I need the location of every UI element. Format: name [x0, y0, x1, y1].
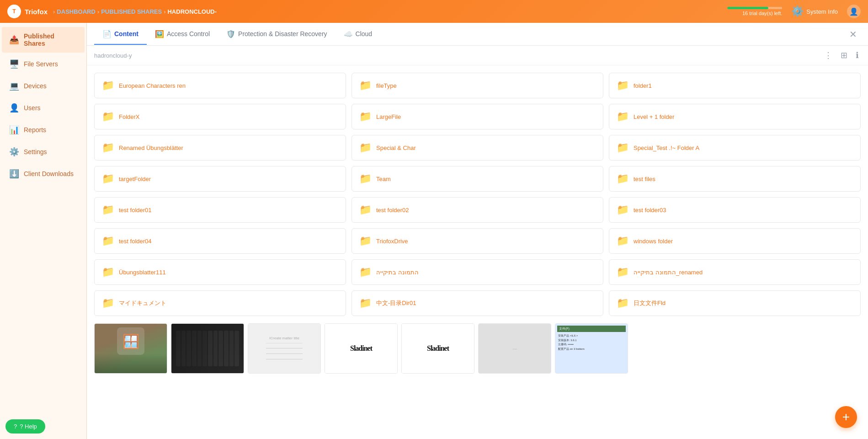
path-bar: hadroncloud-y ⋮ ⊞ ℹ: [87, 46, 868, 65]
folder-icon: 📁: [617, 111, 629, 123]
info-button[interactable]: ℹ: [854, 49, 861, 61]
folder-icon: 📁: [359, 142, 372, 154]
sidebar-item-users[interactable]: 👤 Users: [2, 97, 85, 118]
sidebar-item-file-servers[interactable]: 🖥️ File Servers: [2, 54, 85, 75]
close-button[interactable]: ✕: [846, 27, 861, 42]
thumbnail-item[interactable]: 🪟: [94, 323, 167, 374]
sidebar-bottom: ? ? Help: [0, 414, 86, 439]
folder-name: windows folder: [634, 238, 673, 245]
folder-item[interactable]: 📁 FolderX: [94, 104, 346, 129]
folder-item[interactable]: 📁 targetFolder: [94, 166, 346, 192]
folder-icon: 📁: [359, 111, 372, 123]
reports-icon: 📊: [9, 125, 19, 135]
folder-name: test folder03: [634, 207, 666, 214]
folder-item[interactable]: 📁 TriofoxDrive: [351, 228, 603, 254]
folder-name: FolderX: [119, 113, 140, 120]
folder-item[interactable]: 📁 マイドキュメント: [94, 290, 346, 316]
sidebar-item-reports[interactable]: 📊 Reports: [2, 119, 85, 140]
folder-item[interactable]: 📁 Übungsblatter111: [94, 259, 346, 285]
top-header: T Triofox › DASHBOARD › PUBLISHED SHARES…: [0, 0, 868, 23]
folder-name: Special_Test .!~ Folder A: [634, 145, 699, 151]
sidebar-label-settings: Settings: [24, 148, 47, 155]
thumbnail-item[interactable]: 文件(F) 安装产品 <ILS > 安装版本: 3.6.1 注册码: •••••…: [555, 323, 628, 374]
tab-content[interactable]: 📄 Content: [94, 24, 147, 45]
folder-name: Team: [376, 176, 391, 182]
content-tab-icon: 📄: [102, 30, 112, 38]
thumbnail-item[interactable]: Sladinet: [325, 323, 398, 374]
tab-access-control[interactable]: 🖼️ Access Control: [147, 24, 218, 45]
folder-name: European Characters ren: [119, 82, 186, 89]
help-button[interactable]: ? ? Help: [5, 419, 45, 434]
content-area: 📄 Content 🖼️ Access Control 🛡️ Protectio…: [87, 23, 868, 439]
grid-view-button[interactable]: ⊞: [839, 49, 849, 61]
folder-item[interactable]: 📁 Special & Char: [351, 135, 603, 161]
folder-item[interactable]: 📁 test folder04: [94, 228, 346, 254]
sidebar-label-users: Users: [24, 104, 41, 112]
dots-view-button[interactable]: ⋮: [822, 49, 834, 61]
sidebar-label-reports: Reports: [24, 126, 46, 134]
breadcrumb-dashboard[interactable]: DASHBOARD: [57, 8, 96, 15]
thumbnail-item[interactable]: —: [478, 323, 551, 374]
folder-item[interactable]: 📁 Level + 1 folder: [609, 104, 861, 129]
folder-item[interactable]: 📁 fileType: [351, 73, 603, 98]
sidebar-item-published-shares[interactable]: 📤 Published Shares: [2, 27, 85, 53]
fab-add-button[interactable]: +: [835, 406, 857, 428]
folder-item[interactable]: 📁 test folder03: [609, 197, 861, 223]
user-avatar[interactable]: 👤: [847, 5, 861, 18]
thumbnail-row: 🪟 ICreate matter title: [94, 323, 861, 377]
folder-item[interactable]: 📁 European Characters ren: [94, 73, 346, 98]
folder-item[interactable]: 📁 中文-目录Dir01: [351, 290, 603, 316]
folder-icon: 📁: [359, 266, 372, 278]
access-control-tab-icon: 🖼️: [155, 30, 164, 38]
breadcrumb: › DASHBOARD › PUBLISHED SHARES › HADRONC…: [53, 8, 217, 15]
folder-item[interactable]: 📁 Team: [351, 166, 603, 192]
tab-bar: 📄 Content 🖼️ Access Control 🛡️ Protectio…: [87, 23, 868, 46]
folder-name: Special & Char: [376, 145, 416, 151]
main-layout: 📤 Published Shares 🖥️ File Servers 💻 Dev…: [0, 23, 868, 439]
folder-item[interactable]: 📁 windows folder: [609, 228, 861, 254]
plus-icon: +: [842, 410, 850, 424]
folder-item[interactable]: 📁 test folder02: [351, 197, 603, 223]
thumbnail-doc: ICreate matter title —————————— ————————…: [248, 324, 320, 373]
folder-item[interactable]: 📁 folder1: [609, 73, 861, 98]
folder-name: targetFolder: [119, 176, 151, 182]
folder-icon: 📁: [102, 80, 114, 91]
thumbnail-item[interactable]: ICreate matter title —————————— ————————…: [248, 323, 321, 374]
folder-icon: 📁: [102, 173, 114, 185]
folder-name: fileType: [376, 82, 397, 89]
tab-cloud[interactable]: ☁️ Cloud: [335, 24, 381, 45]
system-info-label: System Info: [806, 8, 838, 15]
breadcrumb-published-shares[interactable]: PUBLISHED SHARES: [101, 8, 162, 15]
folder-icon: 📁: [102, 142, 114, 154]
folder-item[interactable]: 📁 LargeFile: [351, 104, 603, 129]
folder-icon: 📁: [359, 235, 372, 247]
client-downloads-icon: ⬇️: [9, 169, 19, 179]
folder-name: マイドキュメント: [119, 299, 166, 307]
tab-protection-label: Protection & Disaster Recovery: [238, 30, 327, 37]
system-info-button[interactable]: ⚙️ System Info: [791, 5, 838, 17]
folder-item[interactable]: 📁 התמונה בתיקייה: [351, 259, 603, 285]
sidebar-item-devices[interactable]: 💻 Devices: [2, 75, 85, 96]
sidebar-label-file-servers: File Servers: [24, 60, 58, 68]
folder-item[interactable]: 📁 Renamed Übungsblätter: [94, 135, 346, 161]
tab-protection[interactable]: 🛡️ Protection & Disaster Recovery: [218, 24, 335, 45]
folder-icon: 📁: [102, 235, 114, 247]
user-icon: 👤: [849, 7, 858, 16]
sidebar-item-client-downloads[interactable]: ⬇️ Client Downloads: [2, 163, 85, 184]
thumbnail-item[interactable]: Sladinet: [401, 323, 474, 374]
folder-item[interactable]: 📁 日文文件Fld: [609, 290, 861, 316]
folder-grid-wrapper: 📁 European Characters ren 📁 fileType 📁 f…: [87, 65, 868, 439]
help-icon: ?: [14, 423, 17, 430]
trial-bar: [727, 7, 782, 9]
folder-item[interactable]: 📁 Special_Test .!~ Folder A: [609, 135, 861, 161]
folder-item[interactable]: 📁 test folder01: [94, 197, 346, 223]
path-text: hadroncloud-y: [94, 52, 132, 59]
devices-icon: 💻: [9, 81, 19, 91]
folder-item[interactable]: 📁 test files: [609, 166, 861, 192]
sidebar-item-settings[interactable]: ⚙️ Settings: [2, 141, 85, 162]
folder-name: LargeFile: [376, 113, 401, 120]
folder-item[interactable]: 📁 התמונה בתיקייה_renamed: [609, 259, 861, 285]
thumbnail-item[interactable]: [171, 323, 244, 374]
folder-icon: 📁: [102, 204, 114, 216]
folder-name: Übungsblatter111: [119, 269, 166, 276]
